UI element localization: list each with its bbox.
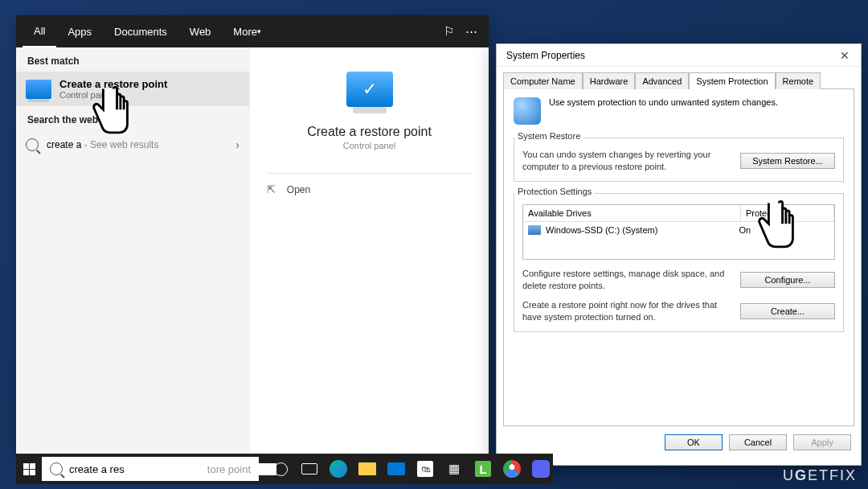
restore-point-icon: [26, 80, 51, 99]
open-label: Open: [287, 184, 310, 195]
open-icon: ⇱: [267, 183, 276, 195]
tab-advanced[interactable]: Advanced: [635, 72, 689, 89]
chrome-icon[interactable]: [500, 457, 524, 481]
watermark: UGETFIX: [783, 467, 857, 484]
tab-panel-system-protection: Use system protection to undo unwanted s…: [503, 88, 854, 426]
search-suggestion-tail: tore point: [207, 463, 251, 475]
edge-icon[interactable]: [326, 457, 350, 481]
search-preview-column: ✓ Create a restore point Control panel ⇱…: [249, 47, 489, 454]
close-button[interactable]: ✕: [835, 47, 854, 64]
taskbar: tore point 🛍 ▦ L: [16, 454, 553, 484]
open-action[interactable]: ⇱ Open: [267, 174, 472, 205]
apply-button[interactable]: Apply: [793, 434, 851, 450]
best-match-result[interactable]: Create a restore point Control panel: [16, 72, 249, 106]
intro-text: Use system protection to undo unwanted s…: [549, 97, 778, 107]
create-button[interactable]: Create...: [740, 303, 835, 319]
col-header-protection: Protection: [741, 205, 834, 221]
taskbar-search-box[interactable]: tore point: [42, 457, 259, 481]
tab-computer-name[interactable]: Computer Name: [503, 72, 583, 89]
tab-remote[interactable]: Remote: [776, 72, 821, 89]
cortana-icon[interactable]: [268, 457, 293, 481]
store-icon[interactable]: 🛍: [413, 457, 437, 481]
group-label-restore: System Restore: [514, 131, 583, 141]
windows-logo-icon: [23, 463, 35, 475]
web-result-text: create a - See web results: [47, 139, 158, 150]
configure-button[interactable]: Configure...: [740, 272, 835, 288]
tab-web[interactable]: Web: [178, 15, 223, 47]
search-icon: [50, 462, 63, 475]
mail-icon[interactable]: [384, 457, 408, 481]
tab-all[interactable]: All: [23, 15, 56, 47]
dialog-tabs: Computer Name Hardware Advanced System P…: [497, 67, 861, 88]
search-icon: [26, 138, 39, 151]
system-properties-dialog: System Properties ✕ Computer Name Hardwa…: [496, 43, 862, 466]
feedback-icon[interactable]: ⚐: [444, 24, 454, 39]
group-label-protection: Protection Settings: [514, 187, 595, 196]
start-button[interactable]: [16, 454, 42, 484]
ellipsis-icon[interactable]: ⋯: [465, 24, 477, 39]
discord-icon[interactable]: [529, 457, 553, 481]
drive-row[interactable]: Windows-SSD (C:) (System) On: [523, 222, 834, 238]
libreoffice-icon[interactable]: L: [471, 457, 495, 481]
protection-settings-group: Protection Settings Available Drives Pro…: [514, 193, 844, 332]
app-generic-icon[interactable]: ▦: [442, 457, 466, 481]
drive-status: On: [739, 225, 830, 235]
create-description: Create a restore point right now for the…: [522, 299, 734, 323]
tab-hardware[interactable]: Hardware: [583, 72, 636, 89]
system-restore-button[interactable]: System Restore...: [740, 153, 835, 169]
dialog-title: System Properties: [506, 50, 585, 61]
best-match-header: Best match: [16, 47, 249, 72]
system-restore-group: System Restore You can undo system chang…: [514, 138, 844, 182]
drives-table: Available Drives Protection Windows-SSD …: [522, 204, 835, 260]
cancel-button[interactable]: Cancel: [729, 434, 787, 450]
start-search-panel: All Apps Documents Web More ⚐ ⋯ Best mat…: [16, 15, 489, 454]
task-view-icon[interactable]: [297, 457, 321, 481]
tab-apps[interactable]: Apps: [56, 15, 103, 47]
tab-system-protection[interactable]: System Protection: [689, 72, 775, 89]
best-match-subtitle: Control panel: [59, 90, 167, 100]
best-match-title: Create a restore point: [59, 78, 167, 90]
protection-shield-icon: [514, 97, 541, 125]
preview-title: Create a restore point: [307, 125, 432, 139]
restore-description: You can undo system changes by reverting…: [522, 149, 734, 173]
ok-button[interactable]: OK: [665, 434, 723, 450]
preview-subtitle: Control panel: [343, 141, 395, 150]
restore-point-large-icon: ✓: [346, 72, 393, 107]
search-tabs: All Apps Documents Web More ⚐ ⋯: [16, 15, 489, 47]
web-result-row[interactable]: create a - See web results ›: [16, 130, 249, 159]
search-web-header: Search the web: [16, 106, 249, 130]
file-explorer-icon[interactable]: [355, 457, 379, 481]
drive-name: Windows-SSD (C:) (System): [546, 225, 657, 235]
col-header-drives: Available Drives: [523, 205, 741, 221]
tab-more[interactable]: More: [222, 15, 272, 47]
configure-description: Configure restore settings, manage disk …: [522, 268, 734, 292]
tab-documents[interactable]: Documents: [103, 15, 178, 47]
chevron-right-icon: ›: [235, 138, 240, 151]
drive-icon: [528, 225, 541, 235]
search-results-column: Best match Create a restore point Contro…: [16, 47, 249, 454]
